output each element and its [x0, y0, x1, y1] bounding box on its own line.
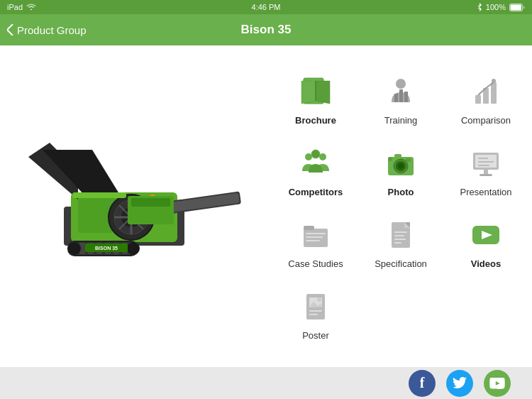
svg-point-50 [305, 153, 312, 160]
svg-point-59 [388, 157, 392, 161]
svg-rect-64 [478, 158, 488, 159]
facebook-icon: f [420, 375, 425, 391]
photo-icon-box [382, 144, 420, 182]
poster-icon [299, 290, 332, 323]
status-right: 100% [477, 3, 525, 12]
back-chevron-icon [7, 24, 14, 35]
case-studies-item[interactable]: Case Studies [277, 210, 355, 275]
svg-rect-86 [309, 314, 318, 315]
svg-point-26 [68, 242, 81, 255]
presentation-icon [470, 147, 502, 180]
presentation-item[interactable]: Presentation [447, 138, 525, 203]
svg-point-84 [317, 297, 321, 302]
specification-label: Specification [375, 258, 427, 269]
photo-label: Photo [388, 187, 414, 197]
facebook-button[interactable]: f [409, 370, 436, 397]
left-panel: BISON 35 [0, 45, 270, 367]
status-bar: iPad 4:46 PM 100% [0, 0, 532, 14]
svg-text:BISON 35: BISON 35 [95, 246, 118, 251]
training-icon-box [382, 72, 420, 111]
specification-icon [384, 219, 417, 251]
carrier-label: iPad [7, 3, 23, 11]
svg-rect-1 [511, 4, 522, 10]
videos-item[interactable]: Videos [447, 210, 525, 275]
battery-icon [509, 4, 525, 11]
machine-svg: BISON 35 [21, 136, 248, 278]
training-item[interactable]: Training [362, 67, 440, 131]
brochure-icon-box [297, 72, 335, 111]
battery-label: 100% [486, 3, 506, 11]
competitors-icon [299, 147, 332, 180]
svg-rect-76 [394, 235, 404, 236]
svg-rect-75 [394, 231, 407, 233]
bluetooth-icon [477, 3, 482, 12]
svg-point-27 [127, 242, 140, 255]
specification-item[interactable]: Specification [362, 210, 440, 275]
back-label: Product Group [17, 24, 87, 36]
status-time: 4:46 PM [252, 3, 281, 11]
svg-rect-33 [131, 198, 170, 207]
nav-title: Bison 35 [241, 23, 292, 37]
status-left: iPad [7, 3, 36, 11]
poster-label: Poster [302, 330, 329, 341]
svg-rect-69 [306, 233, 326, 234]
machine-image: BISON 35 [21, 136, 248, 278]
svg-rect-77 [394, 239, 406, 240]
svg-point-56 [398, 163, 404, 169]
photo-icon [384, 147, 417, 180]
svg-rect-45 [404, 92, 408, 102]
svg-rect-78 [394, 242, 401, 244]
competitors-item[interactable]: Competitors [277, 138, 355, 203]
poster-icon-box [297, 288, 335, 326]
nav-bar: Product Group Bison 35 [0, 14, 532, 45]
poster-item[interactable]: Poster [277, 282, 355, 346]
wifi-icon [26, 4, 36, 11]
brochure-label: Brochure [295, 115, 336, 126]
comparison-icon-box [467, 72, 505, 111]
icon-grid: Brochure Training [277, 67, 525, 346]
svg-rect-43 [394, 94, 398, 102]
svg-rect-44 [399, 89, 403, 102]
youtube-button[interactable] [484, 370, 511, 397]
presentation-icon-box [467, 144, 505, 182]
svg-rect-71 [306, 240, 320, 241]
training-label: Training [384, 115, 417, 126]
right-panel: Brochure Training [270, 45, 532, 367]
svg-rect-58 [406, 158, 411, 162]
comparison-item[interactable]: Comparison [447, 67, 525, 131]
brochure-icon [299, 75, 332, 108]
svg-rect-57 [394, 154, 401, 158]
svg-rect-65 [478, 161, 494, 163]
videos-label: Videos [471, 258, 501, 269]
training-icon [384, 75, 417, 108]
svg-rect-70 [306, 236, 323, 238]
svg-point-49 [492, 79, 496, 83]
svg-point-51 [319, 153, 326, 160]
presentation-label: Presentation [460, 187, 512, 197]
case-studies-icon [299, 219, 332, 251]
case-studies-icon-box [297, 216, 335, 254]
specification-icon-box [382, 216, 420, 254]
svg-point-42 [396, 79, 406, 89]
svg-rect-68 [304, 226, 314, 230]
brochure-item[interactable]: Brochure [277, 67, 355, 131]
svg-rect-46 [475, 95, 481, 104]
twitter-icon [453, 377, 467, 389]
footer: f [0, 367, 532, 399]
competitors-label: Competitors [289, 187, 343, 197]
svg-rect-85 [309, 310, 322, 312]
twitter-button[interactable] [446, 370, 473, 397]
svg-rect-48 [491, 82, 497, 104]
comparison-label: Comparison [461, 115, 511, 126]
youtube-icon [489, 378, 505, 389]
back-button[interactable]: Product Group [7, 24, 87, 36]
photo-item[interactable]: Photo [362, 138, 440, 203]
videos-icon [470, 219, 502, 251]
competitors-icon-box [297, 144, 335, 182]
videos-icon-box [467, 216, 505, 254]
main-content: BISON 35 [0, 45, 532, 367]
svg-rect-66 [478, 165, 489, 166]
svg-rect-63 [480, 174, 492, 176]
svg-rect-31 [72, 192, 126, 198]
svg-point-52 [311, 150, 320, 158]
